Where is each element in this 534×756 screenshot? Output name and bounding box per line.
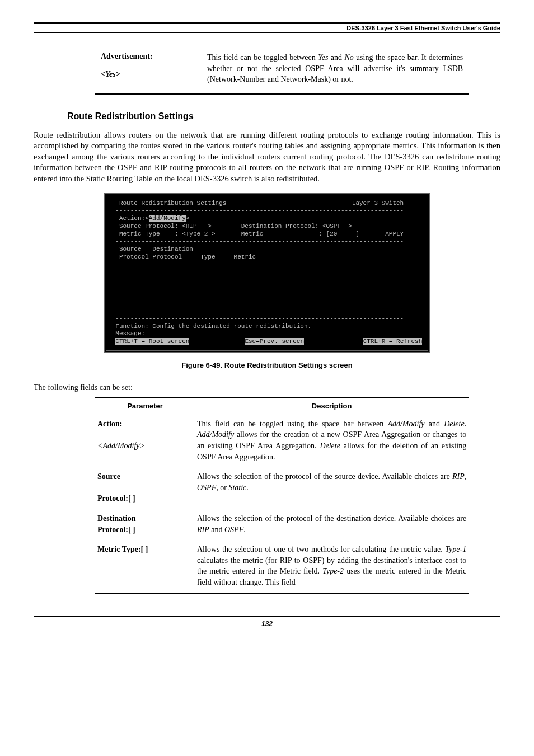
col-parameter: Parameter [95, 397, 195, 414]
param-label: Source [97, 472, 120, 481]
param-label: Destination [97, 514, 135, 523]
table-row: Action: <Add/Modify> This field can be t… [95, 414, 469, 467]
param-desc: Allows the selection of the protocol of … [195, 467, 469, 509]
col-description: Description [195, 397, 469, 414]
param-desc: Allows the selection of the protocol of … [195, 509, 469, 539]
param-sub: Protocol:[ ] [97, 525, 135, 534]
param-label: Action: [97, 420, 122, 428]
terminal-screenshot: Route Redistribution Settings Layer 3 Sw… [104, 193, 430, 353]
adv-value: <Yes> [101, 70, 120, 78]
parameter-table: Parameter Description Action: <Add/Modif… [95, 397, 469, 594]
adv-label: Advertisement: [101, 52, 153, 60]
section-paragraph: Route redistribution allows routers on t… [34, 130, 500, 185]
table-row: Metric Type:[ ] Allows the selection of … [95, 539, 469, 593]
page-number: 132 [34, 616, 500, 628]
fields-intro: The following fields can be set: [34, 383, 500, 392]
param-sub: Protocol:[ ] [97, 494, 135, 503]
divider [95, 93, 469, 95]
section-heading: Route Redistribution Settings [67, 111, 500, 121]
advertisement-block: Advertisement: <Yes> This field can be t… [95, 50, 469, 87]
param-desc: Allows the selection of one of two metho… [195, 539, 469, 593]
figure-caption: Figure 6-49. Route Redistribution Settin… [34, 361, 500, 369]
table-row: Destination Protocol:[ ] Allows the sele… [95, 509, 469, 539]
param-label: Metric Type:[ ] [97, 545, 148, 553]
param-desc: This field can be toggled using the spac… [195, 414, 469, 467]
table-row: Source Protocol:[ ] Allows the selection… [95, 467, 469, 509]
doc-header: DES-3326 Layer 3 Fast Ethernet Switch Us… [34, 25, 500, 33]
adv-desc: This field can be toggled between Yes an… [202, 50, 469, 87]
param-sub: <Add/Modify> [97, 442, 145, 450]
